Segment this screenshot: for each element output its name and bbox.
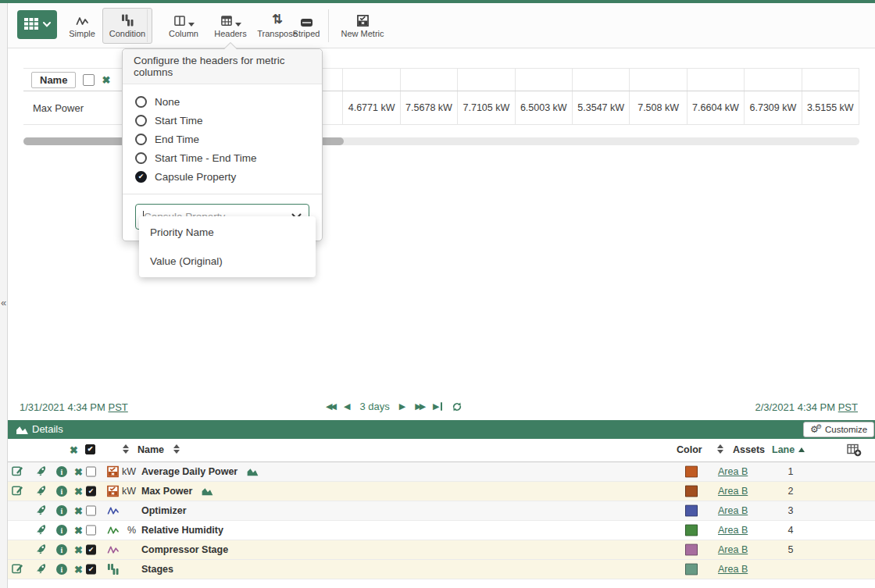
asset-link[interactable]: Area B xyxy=(718,466,748,477)
remove-icon[interactable]: ✖ xyxy=(74,505,83,517)
info-icon[interactable]: i xyxy=(56,525,67,536)
rocket-icon[interactable] xyxy=(36,484,48,498)
add-column-icon[interactable] xyxy=(847,444,862,459)
step-back-icon[interactable]: ◀ xyxy=(344,402,350,411)
asset-link[interactable]: Area B xyxy=(718,564,748,575)
sort-icon[interactable] xyxy=(173,444,180,454)
collapse-sidebar-icon[interactable]: « xyxy=(1,297,6,308)
info-icon[interactable]: i xyxy=(56,486,67,497)
item-name: Optimizer xyxy=(141,505,187,516)
row-checkbox[interactable]: ✔ xyxy=(86,545,96,555)
remove-icon[interactable]: ✖ xyxy=(74,544,83,556)
remove-icon[interactable]: ✖ xyxy=(74,564,83,576)
sort-icon[interactable] xyxy=(717,444,723,454)
radio-option-start-end-time[interactable]: Start Time - End Time xyxy=(135,148,309,167)
row-checkbox[interactable] xyxy=(86,467,96,477)
step-forward-fast-icon[interactable]: ▶▶ xyxy=(415,402,423,411)
radio-label: Capsule Property xyxy=(155,171,236,183)
rocket-icon[interactable] xyxy=(36,504,48,518)
row-checkbox[interactable] xyxy=(86,526,96,536)
asset-link[interactable]: Area B xyxy=(718,486,748,497)
color-swatch[interactable] xyxy=(685,564,698,576)
range-end-text: 2/3/2021 4:34 PM xyxy=(755,401,835,413)
area-chart-icon xyxy=(16,424,29,438)
rocket-icon[interactable] xyxy=(36,465,48,479)
asset-link[interactable]: Area B xyxy=(718,505,748,516)
lane-column-header[interactable]: Lane xyxy=(772,444,795,455)
timezone-link[interactable]: PST xyxy=(838,401,858,413)
refresh-icon[interactable] xyxy=(452,401,462,412)
row-checkbox[interactable]: ✔ xyxy=(86,565,96,575)
toolbar-condition-button[interactable]: Condition xyxy=(102,8,152,44)
lane-number: 4 xyxy=(780,525,802,536)
toolbar-column-button[interactable]: Column xyxy=(159,8,208,44)
asset-link[interactable]: Area B xyxy=(718,525,748,536)
signal-icon xyxy=(107,545,120,555)
color-swatch[interactable] xyxy=(685,486,698,497)
details-row-max-power: i ✖ ✔ kW Max Power Area B 2 xyxy=(8,482,875,501)
color-column-header[interactable]: Color xyxy=(677,444,702,455)
table-view-button[interactable] xyxy=(17,10,57,39)
name-column-chip[interactable]: Name xyxy=(31,72,76,88)
step-to-end-icon[interactable]: ▶ xyxy=(433,402,442,411)
step-forward-icon[interactable]: ▶ xyxy=(399,402,405,411)
rocket-icon[interactable] xyxy=(36,523,48,537)
range-start[interactable]: 1/31/2021 4:34 PM PST xyxy=(20,401,128,413)
color-swatch[interactable] xyxy=(685,505,698,517)
row-checkbox[interactable] xyxy=(86,506,96,516)
remove-icon[interactable]: ✖ xyxy=(74,466,83,478)
duration-label[interactable]: 3 days xyxy=(359,401,389,412)
metric-column-header xyxy=(745,69,802,91)
color-swatch[interactable] xyxy=(685,466,698,478)
radio-option-start-time[interactable]: Start Time xyxy=(135,111,309,130)
toolbar-new-metric-button[interactable]: New Metric xyxy=(333,8,392,44)
name-column-header[interactable]: Name xyxy=(138,444,164,455)
info-icon[interactable]: i xyxy=(56,505,67,516)
radio-option-end-time[interactable]: End Time xyxy=(135,130,309,148)
edit-icon[interactable] xyxy=(12,484,23,498)
info-icon[interactable]: i xyxy=(56,544,67,555)
color-swatch[interactable] xyxy=(685,544,698,556)
color-swatch[interactable] xyxy=(685,525,698,536)
edit-icon[interactable] xyxy=(12,562,23,576)
rocket-icon[interactable] xyxy=(36,543,48,557)
radio-option-none[interactable]: None xyxy=(135,92,309,111)
toolbar-simple-button[interactable]: Simple xyxy=(62,8,102,44)
assets-column-header[interactable]: Assets xyxy=(733,444,765,455)
headers-icon xyxy=(220,13,241,27)
remove-icon[interactable]: ✖ xyxy=(74,525,83,536)
radio-icon xyxy=(135,96,147,108)
toolbar-striped-button[interactable]: Striped xyxy=(288,8,325,44)
customize-button[interactable]: ⚙⚙ Customize xyxy=(803,422,874,437)
info-icon[interactable]: i xyxy=(56,466,67,477)
sort-icon[interactable] xyxy=(123,444,129,454)
collapsed-sidebar[interactable]: « xyxy=(0,3,8,588)
toolbar-headers-button[interactable]: Headers xyxy=(209,8,252,44)
name-column-checkbox[interactable] xyxy=(83,74,95,86)
edit-icon[interactable] xyxy=(12,465,23,479)
radio-label: Start Time xyxy=(155,115,203,127)
metric-value-cell: 7.7105 kW xyxy=(458,91,515,124)
select-all-checkbox[interactable]: ✔ xyxy=(85,444,95,454)
row-checkbox[interactable]: ✔ xyxy=(86,486,96,497)
unit-label: % xyxy=(117,525,136,536)
step-back-fast-icon[interactable]: ◀◀ xyxy=(326,402,334,411)
info-icon[interactable]: i xyxy=(56,564,67,575)
item-name: Compressor Stage xyxy=(141,544,228,555)
remove-icon[interactable]: ✖ xyxy=(74,486,83,497)
range-end[interactable]: 2/3/2021 4:34 PM PST xyxy=(755,401,858,413)
asset-link[interactable]: Area B xyxy=(718,544,748,555)
details-row-stages: i ✖ ✔ Stages Area B xyxy=(8,560,875,579)
remove-column-icon[interactable]: ✖ xyxy=(102,74,110,86)
metric-value-cell: 7.508 kW xyxy=(630,91,687,124)
details-header-bar: Details ⚙⚙ Customize xyxy=(8,420,875,439)
menu-item-value-original[interactable]: Value (Original) xyxy=(139,247,316,276)
unit-label: kW xyxy=(117,466,136,477)
timezone-link[interactable]: PST xyxy=(108,401,127,413)
rocket-icon[interactable] xyxy=(36,562,48,576)
radio-icon xyxy=(135,152,147,164)
remove-all-icon[interactable]: ✖ xyxy=(70,444,78,456)
menu-item-priority-name[interactable]: Priority Name xyxy=(139,218,316,247)
radio-option-capsule-property[interactable]: ✔ Capsule Property xyxy=(135,167,309,186)
details-panel: Details ⚙⚙ Customize ✖ ✔ Name Color Asse… xyxy=(8,420,875,588)
